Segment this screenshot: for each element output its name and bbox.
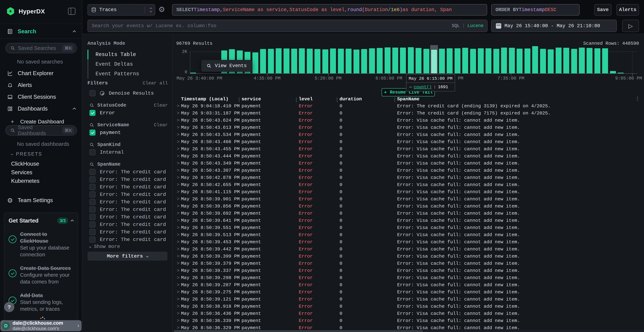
- chart-bar[interactable]: [494, 49, 499, 73]
- table-row[interactable]: >May 26 8:50:39.513 PMpaymentError0Error…: [176, 231, 644, 238]
- filter-option[interactable]: Error: The credit card …: [83, 221, 172, 228]
- collapse-sidebar-icon[interactable]: [68, 8, 76, 15]
- table-row[interactable]: >May 26 8:50:43.613 PMpaymentError0Error…: [176, 124, 644, 131]
- table-row[interactable]: >May 26 8:50:43.455 PMpaymentError0Error…: [176, 146, 644, 152]
- chart-bar[interactable]: [439, 49, 445, 73]
- sidebar-item-chart-explorer[interactable]: Chart Explorer: [0, 68, 82, 78]
- search-input[interactable]: [92, 23, 449, 29]
- preset-item-clickhouse[interactable]: ClickHouse: [11, 161, 39, 167]
- table-options-icon[interactable]: [637, 96, 638, 98]
- chart-bar[interactable]: [252, 52, 258, 73]
- clear-all-button[interactable]: Clear all: [143, 80, 168, 86]
- row-expand-chevron[interactable]: >: [176, 175, 181, 180]
- chart-bar[interactable]: [392, 48, 398, 73]
- help-button[interactable]: ?: [4, 302, 14, 312]
- row-expand-chevron[interactable]: >: [176, 125, 181, 130]
- chart-bar[interactable]: [268, 49, 274, 73]
- table-row[interactable]: >May 26 8:50:41.115 PMpaymentError0Error…: [176, 188, 644, 196]
- filter-option[interactable]: Error: The credit card …: [83, 206, 172, 213]
- row-expand-chevron[interactable]: >: [176, 275, 181, 280]
- filter-option[interactable]: Error: The credit card …: [83, 198, 172, 206]
- view-events-button[interactable]: View Events: [201, 60, 252, 72]
- table-row[interactable]: >May 26 8:50:42.655 PMpaymentError0Error…: [176, 181, 644, 188]
- get-started-item[interactable]: Connect to ClickHouseSet up your databas…: [8, 231, 73, 258]
- checkbox-unchecked[interactable]: [90, 199, 96, 205]
- chart-bar[interactable]: [579, 48, 585, 73]
- analysis-mode-option[interactable]: Event Deltas: [88, 60, 168, 69]
- chart-bar[interactable]: [462, 48, 468, 73]
- chart-bar[interactable]: [190, 72, 196, 73]
- checkbox-unchecked[interactable]: [90, 214, 96, 220]
- chart-bar[interactable]: [384, 48, 390, 73]
- filter-option[interactable]: Error: The credit card …: [83, 168, 172, 176]
- chart-bar[interactable]: [361, 49, 367, 73]
- row-expand-chevron[interactable]: >: [176, 139, 181, 144]
- chart-bar[interactable]: [314, 49, 320, 73]
- table-row[interactable]: >May 26 8:50:43.534 PMpaymentError0Error…: [176, 131, 644, 138]
- order-by-editor[interactable]: ORDER BY Timestamp DESC: [491, 4, 580, 16]
- filter-option[interactable]: Error: The credit card …: [83, 183, 172, 191]
- chart-bar[interactable]: [276, 48, 282, 73]
- chart-bar[interactable]: [338, 49, 344, 73]
- table-row[interactable]: >May 26 8:50:39.287 PMpaymentError0Error…: [176, 282, 644, 288]
- row-expand-chevron[interactable]: >: [176, 318, 181, 324]
- get-started-item[interactable]: Add DataStart sending logs, metrics, or …: [8, 292, 73, 312]
- chart-bar[interactable]: [346, 49, 352, 73]
- table-row[interactable]: >May 26 8:50:43.349 PMpaymentError0Error…: [176, 160, 644, 167]
- denoise-results-option[interactable]: Denoise Results: [90, 90, 154, 96]
- row-expand-chevron[interactable]: >: [176, 189, 181, 194]
- chart-bar[interactable]: [260, 49, 266, 73]
- filter-option[interactable]: Error: The credit card …: [83, 176, 172, 183]
- saved-searches-input[interactable]: Saved Searches ⌘K: [5, 43, 77, 53]
- language-toggle-lucene[interactable]: Lucene: [468, 23, 484, 28]
- chart-bar[interactable]: [571, 49, 577, 73]
- table-row[interactable]: >May 26 8:50:38.918 PMpaymentError0Error…: [176, 303, 644, 310]
- row-expand-chevron[interactable]: >: [176, 239, 181, 245]
- sidebar-item-alerts[interactable]: Alerts: [0, 80, 82, 90]
- table-row[interactable]: >May 26 8:50:39.337 PMpaymentError0Error…: [176, 267, 644, 274]
- row-expand-chevron[interactable]: >: [176, 132, 181, 138]
- saved-dashboards-input[interactable]: Saved Dashboards ⌘K: [5, 125, 77, 136]
- table-row[interactable]: >May 26 8:50:39.298 PMpaymentError0Error…: [176, 274, 644, 282]
- column-header-service[interactable]: service: [242, 96, 299, 102]
- chart-bar[interactable]: [330, 48, 336, 73]
- checkbox-checked[interactable]: [90, 110, 96, 116]
- row-expand-chevron[interactable]: >: [176, 296, 181, 302]
- table-row[interactable]: >May 26 8:50:39.379 PMpaymentError0Error…: [176, 260, 644, 267]
- sql-select-editor[interactable]: SELECT Timestamp, ServiceName as service…: [172, 4, 487, 16]
- get-started-item[interactable]: Create Data SourcesConfigure where your …: [8, 265, 73, 285]
- filter-option[interactable]: Internal: [83, 148, 172, 156]
- row-expand-chevron[interactable]: >: [176, 204, 181, 209]
- chart-bar[interactable]: [307, 49, 313, 73]
- table-row[interactable]: >May 26 8:50:39.121 PMpaymentError0Error…: [176, 296, 644, 303]
- chart-bar[interactable]: [509, 48, 515, 73]
- row-expand-chevron[interactable]: >: [176, 196, 181, 202]
- checkbox-unchecked[interactable]: [90, 192, 96, 198]
- checkbox-unchecked[interactable]: [90, 236, 96, 242]
- chart-bar[interactable]: [299, 48, 305, 73]
- table-row[interactable]: >May 26 8:50:39.692 PMpaymentError0Error…: [176, 210, 644, 217]
- row-expand-chevron[interactable]: >: [176, 110, 181, 116]
- table-row[interactable]: >May 26 8:50:39.901 PMpaymentError0Error…: [176, 196, 644, 203]
- row-expand-chevron[interactable]: >: [176, 290, 181, 295]
- table-row[interactable]: >May 26 8:50:39.453 PMpaymentError0Error…: [176, 238, 644, 246]
- denoise-checkbox[interactable]: [90, 90, 96, 96]
- chevron-up-icon[interactable]: [71, 218, 73, 224]
- table-row[interactable]: >May 26 8:50:36.339 PMpaymentError0Error…: [176, 317, 644, 324]
- table-row[interactable]: >May 26 8:50:36.329 PMpaymentError0Error…: [176, 324, 644, 330]
- table-row[interactable]: >May 26 9:03:31.187 PMpaymentError0Error…: [176, 110, 644, 117]
- row-expand-chevron[interactable]: >: [176, 254, 181, 259]
- chart-bar[interactable]: [478, 48, 484, 73]
- row-expand-chevron[interactable]: >: [176, 182, 181, 188]
- filter-clear-button[interactable]: Clear: [154, 122, 168, 128]
- column-header-spanname[interactable]: SpanName: [397, 96, 644, 102]
- profile-menu[interactable]: D dale@clickhouse.com dale@clickhouse.co…: [0, 320, 82, 331]
- chart-bar[interactable]: [532, 46, 538, 73]
- table-row[interactable]: >May 26 8:50:39.399 PMpaymentError0Error…: [176, 253, 644, 260]
- chart-bar[interactable]: [548, 49, 554, 73]
- row-expand-chevron[interactable]: >: [176, 311, 181, 316]
- table-row[interactable]: >May 26 8:50:36.436 PMpaymentError0Error…: [176, 310, 644, 317]
- filter-clear-button[interactable]: Clear: [154, 103, 168, 108]
- chart-bar[interactable]: [354, 50, 360, 73]
- run-query-button[interactable]: ▷: [622, 20, 639, 32]
